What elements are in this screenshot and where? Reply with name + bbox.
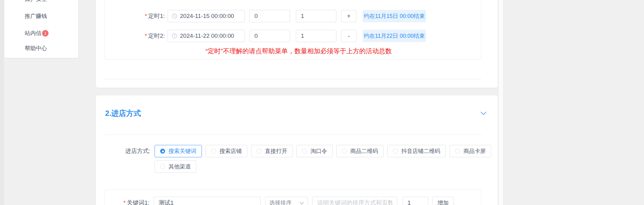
- radio-option-search-keyword[interactable]: 搜索关键词: [155, 145, 202, 157]
- keyword1-input[interactable]: [154, 197, 261, 205]
- clock-icon: [172, 13, 177, 19]
- radio-unselected-icon: [211, 149, 216, 154]
- page-left-gutter: [0, 0, 4, 205]
- required-asterisk: *: [123, 200, 126, 205]
- radio-option-other-channel[interactable]: 其他渠道: [155, 160, 196, 173]
- timer1-label: *定时1:: [121, 10, 165, 22]
- clock-icon: [172, 33, 177, 39]
- radio-option-douyin-shop-qrcode[interactable]: 抖音店铺二维码: [387, 145, 446, 157]
- radio-unselected-icon: [342, 149, 347, 154]
- timer-warning-note: “定时”不理解的请点帮助菜单，数量相加必须等于上方的活动总数: [206, 47, 392, 55]
- keyword1-label: *关键词1:: [108, 197, 149, 205]
- timer2-end-hint-badge: 约在11月22日 00:00结束: [363, 30, 426, 42]
- keyword-sort-description-input[interactable]: [312, 197, 397, 205]
- radio-unselected-icon: [160, 164, 165, 169]
- entry-method-options-row2: 其他渠道: [155, 160, 196, 173]
- radio-option-product-qrcode[interactable]: 商品二维码: [336, 145, 384, 157]
- section-title: 2.进店方式: [105, 108, 141, 118]
- entry-method-card: 2.进店方式 进店方式: 搜索关键词 搜索店铺 直接打开 淘口令 商品二维码 抖…: [96, 95, 498, 205]
- timer1-count-end-input[interactable]: [296, 10, 336, 22]
- required-asterisk: *: [145, 33, 147, 39]
- chevron-down-icon[interactable]: [480, 111, 487, 115]
- sidebar-item-label: 帮助中心: [25, 45, 47, 51]
- sidebar-item-label: 站内信: [25, 30, 41, 36]
- timer2-label: *定时2:: [121, 30, 165, 42]
- timer2-datetime-input[interactable]: 2024-11-22 00:00:00: [168, 30, 245, 42]
- radio-option-direct-open[interactable]: 直接打开: [251, 145, 293, 157]
- timer1-count-start-input[interactable]: [249, 10, 290, 22]
- timer2-count-start-input[interactable]: [249, 30, 290, 42]
- radio-unselected-icon: [393, 149, 398, 154]
- add-keyword-button[interactable]: 增加: [432, 197, 454, 205]
- keyword-count-input[interactable]: [403, 197, 428, 205]
- radio-option-product-card-screen[interactable]: 商品卡屏: [450, 145, 491, 157]
- radio-option-search-shop[interactable]: 搜索店铺: [206, 145, 247, 157]
- sort-select[interactable]: 选择排序: [265, 197, 308, 205]
- radio-unselected-icon: [455, 149, 460, 154]
- timer-remove-row-button[interactable]: -: [341, 30, 356, 42]
- content-scrollbar-track[interactable]: [498, 0, 503, 205]
- chevron-down-icon: [300, 197, 304, 205]
- radio-selected-icon: [160, 149, 165, 154]
- timer-settings-card: *定时1: 2024-11-15 00:00:00 + 约在11月15日 00:…: [96, 0, 498, 88]
- entry-method-label: 进店方式:: [125, 145, 150, 157]
- timer1-datetime-input[interactable]: 2024-11-15 00:00:00: [168, 10, 245, 22]
- timer1-end-hint-badge: 约在11月15日 00:00结束: [363, 10, 426, 22]
- sidebar-item-label: 账户安全: [25, 0, 47, 2]
- entry-method-options-row1: 搜索关键词 搜索店铺 直接打开 淘口令 商品二维码 抖音店铺二维码 商品卡屏: [155, 145, 491, 157]
- required-asterisk: *: [145, 13, 147, 19]
- radio-unselected-icon: [257, 149, 262, 154]
- sidebar-item-promote-earn[interactable]: 推广赚钱: [25, 13, 47, 20]
- card-divider: [104, 135, 481, 135]
- timer2-datetime-value: 2024-11-22 00:00:00: [180, 30, 234, 42]
- sidebar-item-help-center[interactable]: 帮助中心: [25, 45, 47, 52]
- unread-count-badge: 1: [42, 30, 49, 37]
- card-divider: [104, 79, 481, 79]
- sidebar-item-site-mail[interactable]: 站内信1: [25, 30, 49, 37]
- sidebar: 账户安全 推广赚钱 站内信1 帮助中心: [4, 0, 78, 58]
- radio-option-taokouling[interactable]: 淘口令: [296, 145, 333, 157]
- timer-add-row-button[interactable]: +: [341, 10, 356, 22]
- radio-unselected-icon: [302, 149, 307, 154]
- sidebar-item-label: 推广赚钱: [25, 13, 47, 19]
- timer2-count-end-input[interactable]: [296, 30, 336, 42]
- timer1-datetime-value: 2024-11-15 00:00:00: [180, 10, 234, 22]
- sidebar-item-account-security[interactable]: 账户安全: [25, 0, 47, 2]
